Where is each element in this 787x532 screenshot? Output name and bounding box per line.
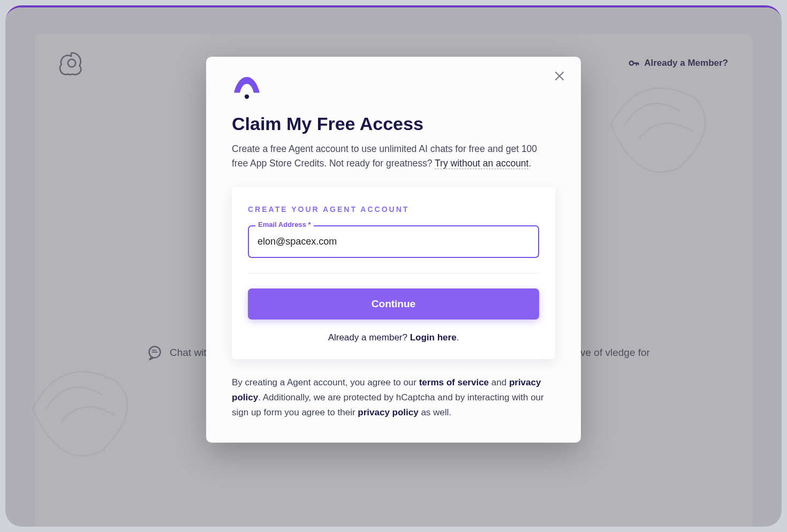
modal-subtitle: Create a free Agent account to use unlim… — [232, 142, 555, 171]
legal-text: By creating a Agent account, you agree t… — [232, 375, 555, 420]
modal-title: Claim My Free Access — [232, 113, 555, 134]
agent-logo-icon — [232, 76, 262, 100]
legal-d: as well. — [419, 407, 451, 417]
chat-icon — [147, 345, 162, 360]
close-icon — [555, 71, 564, 81]
login-here-link[interactable]: Login here — [410, 332, 457, 343]
svg-point-0 — [68, 59, 75, 67]
email-field-wrap: Email Address * — [248, 225, 539, 258]
email-input[interactable] — [248, 225, 539, 258]
close-button[interactable] — [552, 69, 567, 83]
decorative-pattern — [19, 339, 158, 478]
try-without-account-link[interactable]: Try without an account — [435, 158, 528, 169]
svg-point-3 — [244, 85, 249, 90]
continue-button[interactable]: Continue — [248, 288, 539, 320]
app-frame: Already a Member? Chat with 10 who do yo… — [5, 5, 782, 527]
openai-logo-icon — [59, 50, 85, 76]
login-suffix: . — [457, 332, 459, 343]
login-row: Already a member? Login here. — [248, 332, 539, 343]
signup-modal: Claim My Free Access Create a free Agent… — [206, 57, 581, 443]
svg-point-4 — [245, 94, 249, 98]
form-divider — [248, 273, 539, 273]
subtitle-suffix: . — [528, 158, 531, 169]
email-label: Email Address * — [255, 221, 314, 229]
login-prompt: Already a member? — [328, 332, 410, 343]
decorative-pattern — [597, 56, 736, 195]
legal-a: By creating a Agent account, you agree t… — [232, 377, 419, 387]
terms-of-service-link[interactable]: terms of service — [419, 377, 489, 387]
legal-b: and — [489, 377, 509, 387]
form-heading: CREATE YOUR AGENT ACCOUNT — [248, 205, 539, 214]
hcaptcha-privacy-link[interactable]: privacy policy — [358, 407, 418, 417]
signup-form-card: CREATE YOUR AGENT ACCOUNT Email Address … — [232, 187, 555, 359]
